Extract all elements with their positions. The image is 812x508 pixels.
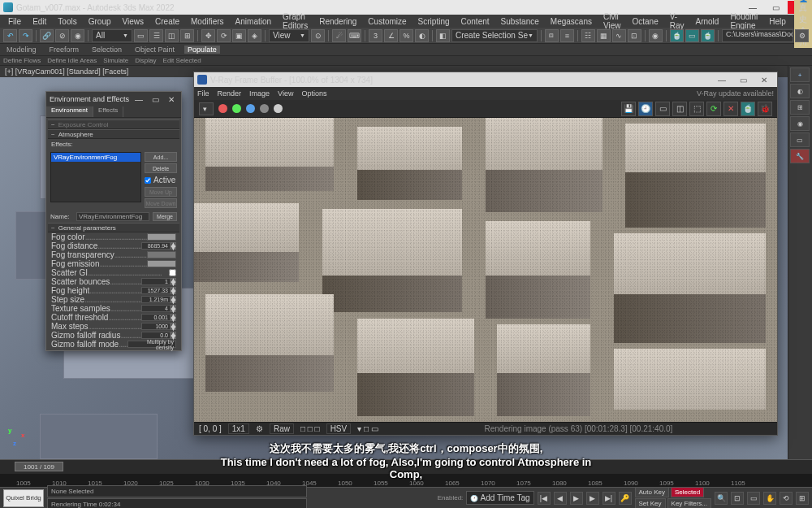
spinner-snap-button[interactable]: ◐ (415, 29, 429, 42)
time-slider[interactable]: 1001 / 109 (15, 462, 63, 471)
menu-modifiers[interactable]: Modifiers (186, 17, 229, 26)
select-name-button[interactable]: ☰ (149, 29, 163, 42)
vfb-channel-dropdown[interactable]: ▾ (199, 102, 214, 115)
vfb-titlebar[interactable]: V-Ray Frame Buffer - [100.0% of 1304 x 7… (194, 72, 777, 87)
render-frame-button[interactable]: ▭ (685, 29, 699, 42)
maximize-button[interactable]: ▭ (765, 1, 786, 14)
curve-editor-button[interactable]: ∿ (612, 29, 626, 42)
utilities-tab[interactable]: 🔧 (790, 149, 810, 163)
rollout-exposure[interactable]: Exposure Control (48, 119, 179, 129)
param-value[interactable]: Multiply by density (127, 341, 176, 348)
vfb-clear-button[interactable]: ▭ (655, 102, 670, 116)
placement-button[interactable]: ◈ (248, 29, 261, 42)
vfb-g-channel[interactable] (232, 104, 241, 113)
delete-button[interactable]: Delete (145, 163, 177, 173)
name-input[interactable]: VRayEnvironmentFog (76, 212, 149, 221)
menu-civilview[interactable]: Civil View (598, 12, 626, 30)
menu-vray[interactable]: V-Ray (665, 12, 689, 30)
nav-pan-button[interactable]: ✋ (763, 492, 776, 505)
param-value[interactable] (147, 251, 176, 258)
vfb-copy-button[interactable]: ◫ (672, 102, 687, 116)
rotate-button[interactable]: ⟳ (217, 29, 231, 42)
env-tab-effects[interactable]: Effects (93, 106, 123, 117)
merge-button[interactable]: Merge (153, 212, 177, 221)
window-crossing-button[interactable]: ⊞ (180, 29, 194, 42)
goto-start-button[interactable]: |◀ (538, 492, 551, 505)
vfb-menu-image[interactable]: Image (249, 89, 270, 98)
vfb-debug-button[interactable]: 🐞 (758, 102, 772, 116)
vfb-zoom[interactable]: 1x1 (228, 423, 249, 434)
selection-filter-dropdown[interactable]: All▼ (92, 29, 132, 42)
material-editor-button[interactable]: ◉ (649, 29, 663, 42)
param-value[interactable]: 1.219m (141, 296, 171, 303)
param-value[interactable]: 1000 (141, 323, 171, 330)
link-button[interactable]: 🔗 (40, 29, 54, 42)
vfb-b-channel[interactable] (246, 104, 255, 113)
vfb-raw[interactable]: Raw (270, 423, 294, 434)
menu-customize[interactable]: Customize (363, 17, 411, 26)
param-value[interactable]: 0.001 (141, 314, 171, 321)
menu-substance[interactable]: Substance (496, 17, 544, 26)
ribbon-populate[interactable]: Populate (184, 46, 220, 54)
selected-button[interactable]: Selected (671, 487, 704, 497)
motion-tab[interactable]: ◉ (790, 116, 810, 131)
modify-tab[interactable]: ◐ (790, 84, 810, 98)
angle-snap-button[interactable]: ∠ (384, 29, 398, 42)
render-setup-button[interactable]: 🍵 (670, 29, 684, 42)
env-tab-environment[interactable]: Environment (46, 106, 93, 117)
menu-houdini[interactable]: Houdini Engine (725, 12, 762, 30)
nav-maximize-button[interactable]: ⊞ (796, 492, 809, 505)
sub-defineidle[interactable]: Define Idle Areas (47, 57, 97, 64)
scale-button[interactable]: ▣ (232, 29, 246, 42)
sub-editselected[interactable]: Edit Selected (163, 57, 201, 64)
param-value[interactable]: 1 (141, 278, 171, 285)
path-config-button[interactable]: ⚙ (795, 29, 809, 42)
mirror-button[interactable]: ⧈ (545, 29, 559, 42)
schematic-button[interactable]: ⊡ (628, 29, 641, 42)
key-mode-button[interactable]: 🔑 (619, 492, 632, 505)
menu-octane[interactable]: Octane (627, 17, 663, 26)
move-button[interactable]: ✥ (201, 29, 215, 42)
vfb-render-button[interactable]: 🍵 (741, 102, 755, 116)
atmosphere-list-item[interactable]: VRayEnvironmentFog (51, 153, 140, 162)
ribbon-selection[interactable]: Selection (89, 46, 125, 54)
bind-button[interactable]: ◉ (71, 29, 84, 42)
vfb-region-button[interactable]: ⬚ (689, 102, 704, 116)
menu-content[interactable]: Content (456, 17, 495, 26)
redo-button[interactable]: ↷ (19, 29, 32, 42)
menu-help[interactable]: Help (764, 17, 791, 26)
vfb-minimize[interactable]: — (712, 74, 732, 85)
time-slider-track[interactable]: 1001 / 109 (0, 459, 812, 474)
vfb-refresh-button[interactable]: ⟳ (706, 102, 721, 116)
vfb-stop-button[interactable]: ✕ (723, 102, 738, 116)
vfb-history-button[interactable]: 🕘 (638, 102, 653, 116)
param-value[interactable] (147, 260, 176, 267)
next-frame-button[interactable]: ▶ (586, 492, 599, 505)
setkey-button[interactable]: Set Key (635, 498, 666, 508)
menu-grapheditors[interactable]: Graph Editors (278, 12, 313, 30)
param-value[interactable]: 1527.33 (141, 287, 171, 294)
play-button[interactable]: ▶ (570, 492, 583, 505)
sub-defineflows[interactable]: Define Flows (3, 57, 41, 64)
ribbon-modeling[interactable]: Modeling (3, 46, 40, 54)
keyboard-shortcut-button[interactable]: ⌨ (348, 29, 361, 42)
vfb-close[interactable]: ✕ (754, 74, 774, 85)
active-checkbox[interactable]: Active (145, 175, 177, 185)
rollout-atmosphere[interactable]: Atmosphere (48, 129, 179, 139)
sub-display[interactable]: Display (135, 57, 156, 64)
vfb-menu-view[interactable]: View (278, 89, 293, 98)
env-titlebar[interactable]: Environment and Effects — ▭ ✕ (46, 92, 181, 106)
menu-views[interactable]: Views (118, 17, 149, 26)
goto-end-button[interactable]: ▶| (603, 492, 615, 505)
moveup-button[interactable]: Move Up (145, 187, 177, 197)
toggle-ribbon-button[interactable]: ▦ (597, 29, 611, 42)
nav-zoom-button[interactable]: 🔍 (715, 492, 728, 505)
project-path[interactable]: C:\Users\imasas\Documents\3ds Max 2022 (722, 29, 793, 42)
vfb-menu-file[interactable]: File (197, 89, 209, 98)
menu-tools[interactable]: Tools (53, 17, 81, 26)
vfb-save-button[interactable]: 💾 (621, 102, 636, 116)
ribbon-objectpaint[interactable]: Object Paint (132, 46, 178, 54)
percent-snap-button[interactable]: % (400, 29, 413, 42)
vfb-render-view[interactable] (194, 118, 777, 422)
menu-edit[interactable]: Edit (28, 17, 51, 26)
